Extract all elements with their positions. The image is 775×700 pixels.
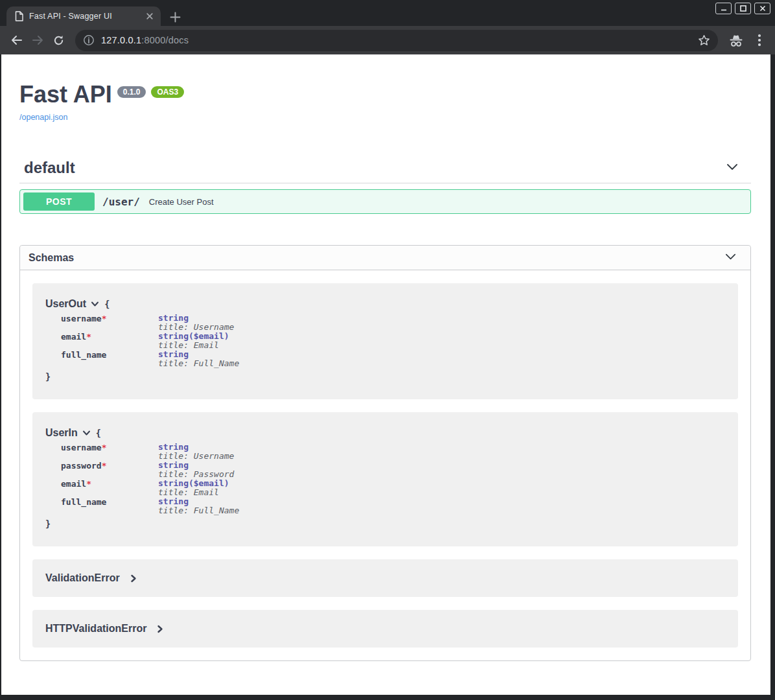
property-type: string($email) (158, 332, 229, 341)
tab-close-icon[interactable] (145, 12, 154, 21)
brace-open: { (104, 299, 110, 309)
toolbar-right (726, 30, 769, 51)
page-title: Fast API (19, 82, 112, 108)
property-info: stringtitle: Password (158, 461, 234, 479)
property-type: string (158, 314, 234, 323)
kebab-dot (758, 43, 761, 46)
tab-title: Fast API - Swagger UI (29, 12, 140, 21)
window-controls (715, 3, 770, 14)
api-info: Fast API 0.1.0 OAS3 /openapi.json (19, 54, 751, 122)
chevron-down-icon (82, 430, 91, 437)
property-row: full_namestringtitle: Full_Name (61, 350, 725, 368)
close-button[interactable] (754, 3, 770, 14)
document-icon (15, 11, 23, 21)
property-info: string($email)title: Email (158, 479, 229, 497)
property-name: full_name (61, 497, 158, 515)
required-star: * (102, 314, 107, 323)
model-card-httpvalidationerror: HTTPValidationError (32, 610, 738, 648)
property-type: string (158, 443, 234, 452)
version-badge: 0.1.0 (117, 86, 146, 98)
property-row: username*stringtitle: Username (61, 443, 725, 461)
arrow-left-icon (10, 33, 24, 47)
tag-section-default[interactable]: default (19, 159, 751, 183)
model-toggle[interactable]: UserIn{ (45, 427, 725, 439)
opblock-post-user[interactable]: POST /user/ Create User Post (19, 189, 751, 214)
minimize-button[interactable] (715, 3, 732, 14)
property-row: password*stringtitle: Password (61, 461, 725, 479)
property-info: stringtitle: Full_Name (158, 497, 239, 515)
required-star: * (102, 461, 107, 471)
brace-close: } (45, 519, 725, 529)
property-title: title: Password (158, 470, 234, 479)
schemas-section: Schemas UserOut{username*stringtitle: Us… (19, 245, 751, 661)
forward-button[interactable] (27, 30, 48, 51)
property-title: title: Full_Name (158, 359, 239, 368)
brace-close: } (45, 371, 725, 382)
model-card-userout: UserOut{username*stringtitle: Usernameem… (32, 283, 738, 399)
property-name: username* (61, 443, 158, 461)
property-name: full_name (61, 350, 158, 368)
property-info: stringtitle: Username (158, 314, 234, 332)
star-icon (698, 34, 710, 47)
new-tab-button[interactable] (167, 9, 183, 25)
chevron-right-icon (156, 625, 164, 633)
chevron-down-icon[interactable] (724, 250, 737, 266)
url-path: :8000/docs (141, 35, 189, 45)
property-info: stringtitle: Full_Name (158, 350, 239, 368)
model-card-userin: UserIn{username*stringtitle: Usernamepas… (32, 412, 738, 546)
url-host: 127.0.0.1 (101, 35, 141, 45)
property-title: title: Full_Name (158, 506, 239, 515)
kebab-dot (758, 39, 761, 41)
bookmark-button[interactable] (698, 34, 710, 47)
openapi-spec-link[interactable]: /openapi.json (19, 113, 67, 122)
browser-menu-button[interactable] (750, 30, 769, 51)
operation-path: /user/ (102, 196, 140, 208)
model-title: UserOut (45, 298, 86, 310)
schemas-header[interactable]: Schemas (20, 246, 750, 270)
back-button[interactable] (6, 30, 27, 51)
property-name: email* (61, 479, 158, 497)
maximize-button[interactable] (735, 3, 751, 14)
address-bar[interactable]: 127.0.0.1:8000/docs (75, 30, 718, 51)
property-info: stringtitle: Username (158, 443, 234, 461)
chevron-down-icon[interactable] (725, 159, 739, 176)
required-star: * (102, 443, 107, 452)
model-card-validationerror: ValidationError (32, 559, 738, 597)
property-list: username*stringtitle: Usernameemail*stri… (61, 314, 725, 368)
browser-tab[interactable]: Fast API - Swagger UI (6, 6, 161, 26)
model-title: ValidationError (45, 572, 120, 584)
browser-toolbar: 127.0.0.1:8000/docs (0, 26, 775, 54)
property-row: email*string($email)title: Email (61, 479, 725, 497)
method-badge[interactable]: POST (23, 192, 95, 211)
brace-open: { (96, 428, 101, 438)
property-info: string($email)title: Email (158, 332, 229, 350)
model-title: UserIn (45, 427, 78, 439)
property-title: title: Username (158, 452, 234, 461)
operation-summary: Create User Post (149, 197, 214, 207)
model-toggle[interactable]: HTTPValidationError (45, 623, 725, 635)
property-row: full_namestringtitle: Full_Name (61, 497, 725, 515)
info-icon[interactable] (83, 34, 95, 46)
model-toggle[interactable]: UserOut{ (45, 298, 725, 310)
maximize-icon (739, 5, 747, 12)
chevron-down-icon (91, 301, 99, 308)
property-title: title: Email (158, 341, 229, 350)
chevron-right-icon (130, 574, 137, 583)
swagger-wrapper: Fast API 0.1.0 OAS3 /openapi.json defaul… (1, 54, 770, 661)
reload-button[interactable] (48, 30, 69, 51)
schemas-heading: Schemas (29, 252, 74, 264)
property-row: username*stringtitle: Username (61, 314, 725, 332)
property-name: email* (61, 332, 158, 350)
property-type: string (158, 461, 234, 470)
property-name: username* (61, 314, 158, 332)
swagger-page: Fast API 0.1.0 OAS3 /openapi.json defaul… (1, 54, 770, 695)
property-type: string($email) (158, 479, 229, 488)
oas3-badge: OAS3 (151, 86, 184, 98)
property-row: email*string($email)title: Email (61, 332, 725, 350)
required-star: * (86, 479, 91, 489)
tag-name: default (19, 159, 75, 177)
model-toggle[interactable]: ValidationError (45, 572, 725, 584)
plus-icon (169, 11, 181, 23)
required-star: * (86, 332, 91, 342)
property-list: username*stringtitle: Usernamepassword*s… (61, 443, 725, 515)
